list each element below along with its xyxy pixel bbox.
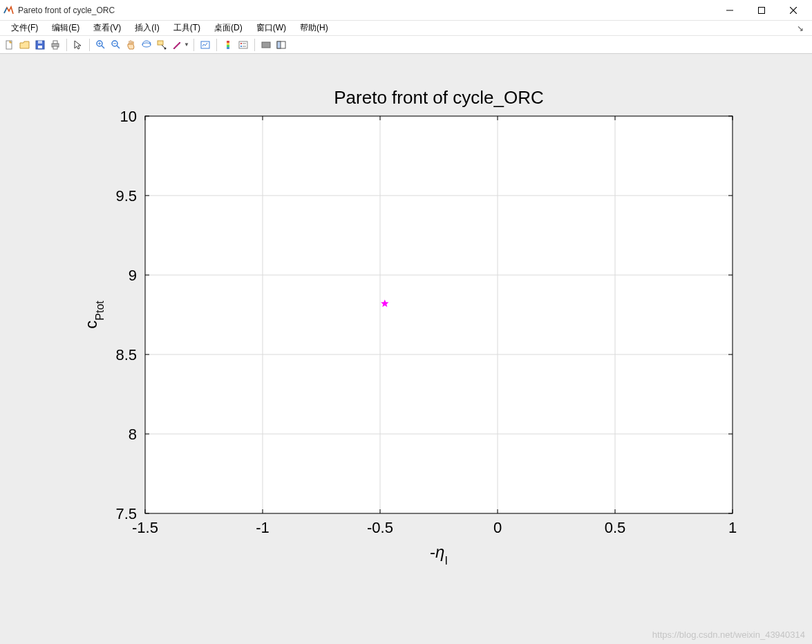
- link-plot-icon[interactable]: [198, 38, 212, 52]
- svg-rect-32: [262, 42, 270, 48]
- zoom-out-icon[interactable]: [109, 38, 123, 52]
- minimize-button[interactable]: [714, 0, 746, 21]
- maximize-button[interactable]: [746, 0, 777, 21]
- window-controls: [714, 0, 809, 21]
- svg-rect-22: [201, 41, 209, 48]
- menu-window[interactable]: 窗口(W): [249, 21, 293, 35]
- dock-figure-icon[interactable]: [274, 38, 288, 52]
- svg-rect-19: [158, 41, 163, 45]
- hide-plot-icon[interactable]: [259, 38, 273, 52]
- svg-text:8: 8: [129, 426, 137, 443]
- menubar: 文件(F) 编辑(E) 查看(V) 插入(I) 工具(T) 桌面(D) 窗口(W…: [0, 21, 812, 36]
- pointer-icon[interactable]: [71, 38, 85, 52]
- svg-rect-9: [53, 41, 57, 44]
- menu-desktop[interactable]: 桌面(D): [207, 21, 249, 35]
- svg-line-12: [102, 46, 104, 48]
- svg-rect-6: [38, 46, 42, 48]
- menu-tools[interactable]: 工具(T): [167, 21, 207, 35]
- svg-text:1: 1: [728, 519, 737, 536]
- svg-rect-1: [759, 7, 765, 13]
- svg-text:9.5: 9.5: [115, 187, 137, 205]
- matlab-app-icon: [3, 5, 14, 16]
- svg-rect-26: [227, 47, 229, 49]
- svg-text:0: 0: [493, 519, 502, 536]
- svg-point-18: [142, 43, 151, 47]
- legend-icon[interactable]: [236, 38, 250, 52]
- axes: -1.5-1-0.500.517.588.599.510Pareto front…: [0, 54, 812, 644]
- figure-window: Pareto front of cycle_ORC 文件(F) 编辑(E) 查看…: [0, 0, 812, 644]
- svg-rect-23: [227, 41, 229, 43]
- open-folder-icon[interactable]: [18, 38, 32, 52]
- menu-file[interactable]: 文件(F): [4, 21, 45, 35]
- svg-rect-7: [38, 41, 42, 44]
- svg-text:8.5: 8.5: [115, 346, 137, 363]
- print-icon[interactable]: [48, 38, 62, 52]
- svg-text:7.5: 7.5: [115, 505, 137, 522]
- toolbar: ▼: [0, 36, 812, 54]
- zoom-in-icon[interactable]: [94, 38, 108, 52]
- close-button[interactable]: [777, 0, 809, 21]
- svg-text:0.5: 0.5: [605, 519, 626, 536]
- svg-rect-35: [145, 116, 733, 513]
- new-file-icon[interactable]: [3, 38, 17, 52]
- rotate-3d-icon[interactable]: [140, 38, 153, 52]
- window-title: Pareto front of cycle_ORC: [18, 6, 714, 15]
- x-axis-label: -ηI: [430, 542, 448, 567]
- menu-view[interactable]: 查看(V): [86, 21, 128, 35]
- svg-text:10: 10: [120, 108, 137, 125]
- brush-dropdown-icon[interactable]: ▼: [184, 41, 189, 48]
- save-icon[interactable]: [33, 38, 47, 52]
- menu-insert[interactable]: 插入(I): [128, 21, 166, 35]
- watermark-text: https://blog.csdn.net/weixin_43940314: [652, 629, 805, 640]
- svg-line-16: [117, 46, 120, 48]
- svg-rect-27: [239, 41, 247, 48]
- svg-text:9: 9: [129, 267, 137, 284]
- svg-rect-24: [227, 43, 229, 45]
- svg-point-21: [164, 47, 167, 49]
- svg-rect-25: [227, 45, 229, 47]
- brush-icon[interactable]: [170, 38, 184, 52]
- data-cursor-icon[interactable]: [155, 38, 169, 52]
- svg-rect-34: [277, 41, 281, 48]
- figure-canvas[interactable]: -1.5-1-0.500.517.588.599.510Pareto front…: [0, 54, 812, 644]
- menu-overflow-icon[interactable]: ↘: [797, 23, 808, 33]
- chart-svg: -1.5-1-0.500.517.588.599.510Pareto front…: [0, 54, 812, 644]
- menu-help[interactable]: 帮助(H): [293, 21, 335, 35]
- svg-text:-1: -1: [256, 519, 270, 536]
- svg-text:-0.5: -0.5: [367, 519, 393, 536]
- chart-title: Pareto front of cycle_ORC: [334, 87, 543, 108]
- svg-rect-10: [53, 46, 57, 49]
- pan-icon[interactable]: [124, 38, 138, 52]
- y-axis-label: cPtot: [82, 301, 106, 329]
- colorbar-icon[interactable]: [221, 38, 235, 52]
- menu-edit[interactable]: 编辑(E): [45, 21, 86, 35]
- titlebar: Pareto front of cycle_ORC: [0, 0, 812, 21]
